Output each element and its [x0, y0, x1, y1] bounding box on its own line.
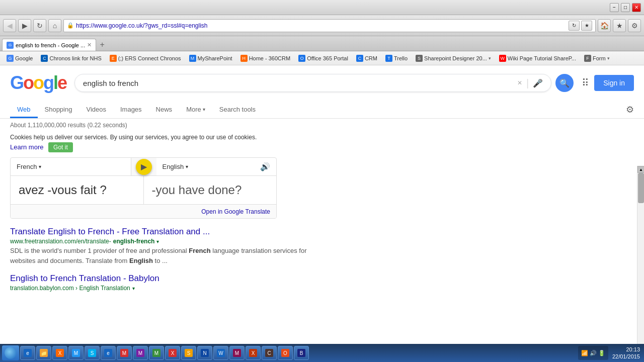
result-2-title[interactable]: English to French Translation - Babylon [10, 274, 159, 283]
learn-more-link[interactable]: Learn more [10, 143, 43, 151]
maximize-button[interactable]: □ [621, 3, 630, 12]
close-button[interactable]: ✕ [632, 3, 641, 12]
search-box[interactable]: english to french ✕ | 🎤 [74, 74, 551, 92]
active-tab[interactable]: G english to french - Google ... ✕ [2, 39, 96, 51]
cookie-text: Cookies help us deliver our services. By… [10, 134, 257, 141]
home-icon-button[interactable]: 🏠 [598, 19, 611, 32]
taskbar-item-m4[interactable]: M [229, 346, 245, 360]
results-area: About 1,110,000,000 results (0.22 second… [0, 119, 644, 305]
taskbar-item-x2[interactable]: X [165, 346, 180, 360]
bookmark-form[interactable]: F Form ▾ [582, 54, 612, 63]
cookie-notice: Cookies help us deliver our services. By… [10, 133, 634, 152]
taskbar-item-b[interactable]: B [294, 346, 309, 360]
logo-g: G [10, 72, 23, 93]
bookmark-sharepoint[interactable]: M MySharePoint [187, 54, 235, 63]
bookmark-icon-trello: T [385, 55, 392, 62]
favorites-star[interactable]: ★ [613, 19, 626, 32]
taskbar-item-skype[interactable]: S [85, 346, 100, 360]
start-button[interactable] [2, 345, 19, 360]
back-button[interactable]: ◀ [3, 19, 16, 32]
results-count: About 1,110,000,000 results (0.22 second… [10, 122, 634, 129]
new-tab-button[interactable]: + [96, 39, 108, 51]
result-1-url-caret[interactable]: ▾ [156, 239, 159, 244]
bookmark-google[interactable]: G Google [4, 54, 35, 63]
source-lang-label: French [17, 163, 37, 170]
taskbar-item-s2[interactable]: S [181, 346, 196, 360]
got-it-button[interactable]: Got it [48, 142, 73, 152]
taskbar-item-ie[interactable]: e [20, 346, 35, 360]
translate-source-lang[interactable]: French ▾ [11, 158, 131, 175]
translate-footer: Open in Google Translate [11, 204, 276, 218]
minimize-button[interactable]: − [610, 3, 619, 12]
taskbar-item-m2[interactable]: M [133, 346, 148, 360]
taskbar-item-x[interactable]: X [52, 346, 67, 360]
scrollbar[interactable]: ▲ ▼ [637, 166, 644, 344]
bookmark-wiki[interactable]: W Wiki Page Tutorial ShareP... [497, 54, 579, 63]
swap-arrow-icon: ▶ [136, 159, 152, 175]
bookmark-trello[interactable]: T Trello [383, 54, 410, 63]
forward-button[interactable]: ▶ [18, 19, 31, 32]
nav-item-images[interactable]: Images [113, 101, 149, 118]
bookmark-office365[interactable]: O Office 365 Portal [296, 54, 351, 63]
settings-gear-icon[interactable]: ⚙ [626, 104, 634, 115]
apps-grid-icon[interactable]: ⠿ [582, 77, 589, 89]
scroll-thumb[interactable] [638, 173, 644, 203]
logo-l: l [53, 72, 57, 93]
bookmark-crm[interactable]: C CRM [354, 54, 380, 63]
source-lang-caret: ▾ [39, 164, 41, 169]
refresh-addr-button[interactable]: ↻ [569, 21, 580, 31]
system-clock[interactable]: 20:13 22/01/2015 [610, 346, 642, 360]
bookmark-spdesigner[interactable]: S Sharepoint Designer 20... ▾ [413, 54, 494, 63]
open-google-translate-link[interactable]: Open in Google Translate [201, 208, 270, 215]
nav-item-web[interactable]: Web [10, 101, 38, 118]
tab-bar: G english to french - Google ... ✕ + [0, 36, 644, 51]
nav-item-shopping[interactable]: Shopping [38, 101, 79, 118]
search-nav-items: Web Shopping Videos Images News More ▾ S… [10, 101, 626, 118]
result-2-url-caret[interactable]: ▾ [132, 286, 135, 291]
clear-search-icon[interactable]: ✕ [517, 79, 522, 86]
taskbar-item-folder[interactable]: 📁 [36, 346, 51, 360]
result-1-title[interactable]: Translate English to French - Free Trans… [10, 227, 210, 236]
window-controls[interactable]: − □ ✕ [610, 3, 641, 12]
tab-close-button[interactable]: ✕ [87, 42, 92, 48]
star-button[interactable]: ★ [581, 21, 592, 31]
translate-swap-button[interactable]: ▶ [131, 158, 156, 175]
bookmark-chronos-nhs[interactable]: C Chronos link for NHS [38, 54, 104, 63]
tray-battery-icon: 🔋 [598, 350, 605, 356]
snippet-bold-1: French [189, 247, 210, 254]
result-1-url: www.freetranslation.com/en/translate-eng… [10, 238, 312, 245]
search-result-1: Translate English to French - Free Trans… [10, 227, 312, 265]
home-button[interactable]: ⌂ [48, 19, 61, 32]
taskbar-item-x3[interactable]: X [246, 346, 261, 360]
speaker-icon[interactable]: 🔊 [260, 162, 270, 171]
translate-target-lang[interactable]: English ▾ 🔊 [156, 158, 277, 175]
taskbar-item-n[interactable]: N [197, 346, 212, 360]
translate-body: avez -vous fait ? -you have done? [11, 176, 276, 204]
settings-cog[interactable]: ⚙ [628, 19, 641, 32]
taskbar-ie2-icon: e [104, 349, 112, 357]
address-bar[interactable]: 🔒 https://www.google.co.uk/?gws_rd=ssl#q… [63, 19, 596, 32]
bookmark-360crm[interactable]: H Home - 360CRM [238, 54, 293, 63]
nav-item-news[interactable]: News [149, 101, 180, 118]
taskbar-item-word[interactable]: W [213, 346, 228, 360]
bookmark-label: Form [593, 55, 606, 61]
search-button[interactable]: 🔍 [555, 74, 574, 92]
sign-in-button[interactable]: Sign in [594, 75, 634, 91]
taskbar-item-c[interactable]: C [262, 346, 277, 360]
taskbar-item-ie2[interactable]: e [101, 346, 116, 360]
bookmark-icon-sp: M [189, 55, 196, 62]
taskbar-item-m3[interactable]: M [149, 346, 164, 360]
taskbar-item-m1[interactable]: M [117, 346, 132, 360]
nav-item-more[interactable]: More ▾ [179, 101, 212, 118]
nav-item-search-tools[interactable]: Search tools [212, 101, 263, 118]
nav-item-videos[interactable]: Videos [79, 101, 113, 118]
mic-icon[interactable]: 🎤 [533, 78, 543, 88]
scroll-up-button[interactable]: ▲ [637, 166, 644, 173]
refresh-button[interactable]: ↻ [33, 19, 46, 32]
bookmark-ers[interactable]: E (;) ERS Connect Chronos [107, 54, 184, 63]
taskbar-item-msg[interactable]: M [68, 346, 84, 360]
scroll-track[interactable] [637, 173, 644, 344]
translate-source-text-area[interactable]: avez -vous fait ? [11, 176, 144, 204]
taskbar-item-o[interactable]: O [278, 346, 293, 360]
taskbar-m1-icon: M [120, 349, 128, 357]
